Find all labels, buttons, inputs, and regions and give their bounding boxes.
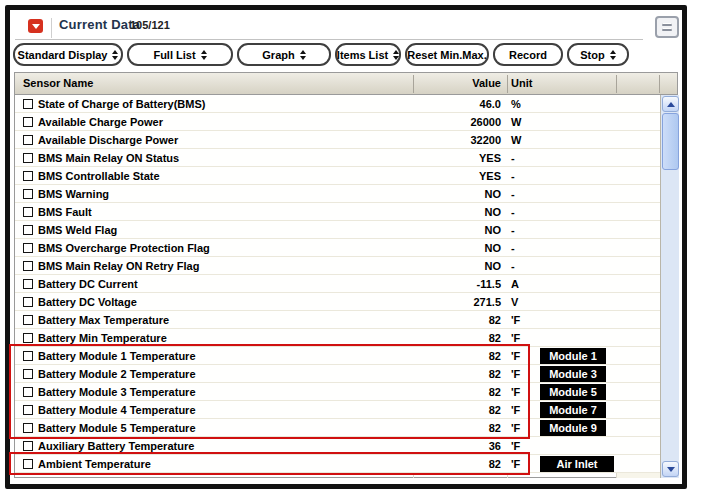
row-checkbox[interactable] bbox=[23, 315, 33, 325]
table-row[interactable]: Battery Module 3 Temperature 82 'F bbox=[15, 383, 660, 401]
sensor-name: Battery Module 1 Temperature bbox=[38, 350, 196, 362]
row-checkbox[interactable] bbox=[23, 279, 33, 289]
row-checkbox[interactable] bbox=[23, 297, 33, 307]
table-row[interactable]: Battery Max Temperature 82 'F bbox=[15, 311, 660, 329]
row-checkbox[interactable] bbox=[23, 369, 33, 379]
sensor-unit: 'F bbox=[511, 422, 520, 434]
table-row[interactable]: Available Charge Power 26000 W bbox=[15, 113, 660, 131]
row-checkbox[interactable] bbox=[23, 171, 33, 181]
sensor-value: 82 bbox=[403, 332, 501, 344]
list-icon[interactable] bbox=[655, 16, 679, 38]
row-checkbox[interactable] bbox=[23, 351, 33, 361]
scroll-up-button[interactable] bbox=[662, 96, 679, 112]
row-checkbox[interactable] bbox=[23, 441, 33, 451]
sensor-value: 82 bbox=[403, 404, 501, 416]
scrollbar-thumb[interactable] bbox=[662, 113, 679, 170]
sensor-name: Battery Module 2 Temperature bbox=[38, 368, 196, 380]
sensor-name: BMS Warning bbox=[38, 188, 109, 200]
table-body: State of Charge of Battery(BMS) 46.0 % A… bbox=[15, 95, 660, 478]
sensor-value: YES bbox=[403, 170, 501, 182]
sensor-value: 82 bbox=[403, 422, 501, 434]
table-row[interactable]: Available Discharge Power 32200 W bbox=[15, 131, 660, 149]
toolbar-button-stop[interactable]: Stop bbox=[567, 43, 629, 66]
sensor-value: 271.5 bbox=[403, 296, 501, 308]
table-row[interactable]: Auxiliary Battery Temperature 36 'F bbox=[15, 437, 660, 455]
sensor-name: BMS Controllable State bbox=[38, 170, 160, 182]
sensor-name: Available Discharge Power bbox=[38, 134, 178, 146]
row-checkbox[interactable] bbox=[23, 153, 33, 163]
toolbar-button-record[interactable]: Record bbox=[493, 43, 563, 66]
table-row[interactable]: State of Charge of Battery(BMS) 46.0 % bbox=[15, 95, 660, 113]
row-checkbox[interactable] bbox=[23, 387, 33, 397]
table-row[interactable]: BMS Fault NO - bbox=[15, 203, 660, 221]
row-checkbox[interactable] bbox=[23, 423, 33, 433]
row-checkbox[interactable] bbox=[23, 405, 33, 415]
table-row[interactable]: BMS Weld Flag NO - bbox=[15, 221, 660, 239]
sensor-name: Battery Module 3 Temperature bbox=[38, 386, 196, 398]
row-checkbox[interactable] bbox=[23, 117, 33, 127]
table-row[interactable]: BMS Main Relay ON Retry Flag NO - bbox=[15, 257, 660, 275]
table-row[interactable]: Battery Min Temperature 82 'F bbox=[15, 329, 660, 347]
column-header-sensor-name: Sensor Name bbox=[23, 77, 93, 89]
table-row[interactable]: Ambient Temperature 82 'F bbox=[15, 455, 660, 473]
sensor-unit: 'F bbox=[511, 368, 520, 380]
sensor-value: 82 bbox=[403, 458, 501, 470]
sensor-table: Sensor Name Value Unit State of Charge o… bbox=[14, 72, 678, 478]
table-row[interactable]: BMS Warning NO - bbox=[15, 185, 660, 203]
sensor-name: Battery Min Temperature bbox=[38, 332, 167, 344]
sensor-value: YES bbox=[403, 152, 501, 164]
sensor-name: Battery DC Current bbox=[38, 278, 138, 290]
toolbar-button-items-list[interactable]: Items List bbox=[335, 43, 401, 66]
sensor-value: 82 bbox=[403, 386, 501, 398]
table-row[interactable]: Battery DC Voltage 271.5 V bbox=[15, 293, 660, 311]
sensor-unit: W bbox=[511, 116, 521, 128]
item-counter: 105/121 bbox=[130, 19, 170, 31]
row-checkbox[interactable] bbox=[23, 135, 33, 145]
row-checkbox[interactable] bbox=[23, 225, 33, 235]
toolbar-button-standard-display[interactable]: Standard Display bbox=[13, 43, 123, 66]
table-row[interactable]: Battery Module 5 Temperature 82 'F bbox=[15, 419, 660, 437]
current-data-window: Current Data 105/121 Standard Display Fu… bbox=[5, 5, 687, 489]
scroll-down-button[interactable] bbox=[662, 461, 679, 477]
row-checkbox[interactable] bbox=[23, 207, 33, 217]
toolbar-button-full-list[interactable]: Full List bbox=[127, 43, 233, 66]
toolbar-button-reset-min-max[interactable]: Reset Min.Max. bbox=[405, 43, 489, 66]
row-checkbox[interactable] bbox=[23, 261, 33, 271]
spinner-arrows-icon bbox=[300, 50, 306, 60]
sensor-name: Battery Module 4 Temperature bbox=[38, 404, 196, 416]
down-triangle-icon bbox=[32, 24, 40, 29]
spinner-arrows-icon bbox=[393, 50, 399, 60]
row-checkbox[interactable] bbox=[23, 333, 33, 343]
sensor-unit: - bbox=[511, 170, 515, 182]
sensor-name: Battery DC Voltage bbox=[38, 296, 137, 308]
sensor-unit: - bbox=[511, 242, 515, 254]
row-checkbox[interactable] bbox=[23, 99, 33, 109]
sensor-name: Battery Module 5 Temperature bbox=[38, 422, 196, 434]
sensor-name: State of Charge of Battery(BMS) bbox=[38, 98, 205, 110]
table-row[interactable]: Battery Module 2 Temperature 82 'F bbox=[15, 365, 660, 383]
vertical-scrollbar[interactable] bbox=[660, 95, 679, 478]
table-row[interactable]: BMS Main Relay ON Status YES - bbox=[15, 149, 660, 167]
spinner-arrows-icon bbox=[201, 50, 207, 60]
sensor-unit: V bbox=[511, 296, 518, 308]
sensor-unit: - bbox=[511, 260, 515, 272]
red-dropdown-icon[interactable] bbox=[28, 19, 43, 33]
sensor-unit: - bbox=[511, 152, 515, 164]
sensor-value: 26000 bbox=[403, 116, 501, 128]
sensor-unit: % bbox=[511, 98, 521, 110]
title-rule bbox=[15, 39, 643, 40]
table-row[interactable]: Battery Module 1 Temperature 82 'F bbox=[15, 347, 660, 365]
table-row[interactable]: Battery DC Current -11.5 A bbox=[15, 275, 660, 293]
spinner-arrows-icon bbox=[112, 50, 118, 60]
table-row[interactable]: BMS Overcharge Protection Flag NO - bbox=[15, 239, 660, 257]
sensor-unit: 'F bbox=[511, 332, 520, 344]
sensor-name: BMS Main Relay ON Status bbox=[38, 152, 179, 164]
row-checkbox[interactable] bbox=[23, 189, 33, 199]
sensor-value: 36 bbox=[403, 440, 501, 452]
toolbar-button-graph[interactable]: Graph bbox=[237, 43, 331, 66]
table-row[interactable]: BMS Controllable State YES - bbox=[15, 167, 660, 185]
table-row[interactable]: Battery Module 4 Temperature 82 'F bbox=[15, 401, 660, 419]
row-checkbox[interactable] bbox=[23, 243, 33, 253]
sensor-name: BMS Weld Flag bbox=[38, 224, 117, 236]
row-checkbox[interactable] bbox=[23, 459, 33, 469]
